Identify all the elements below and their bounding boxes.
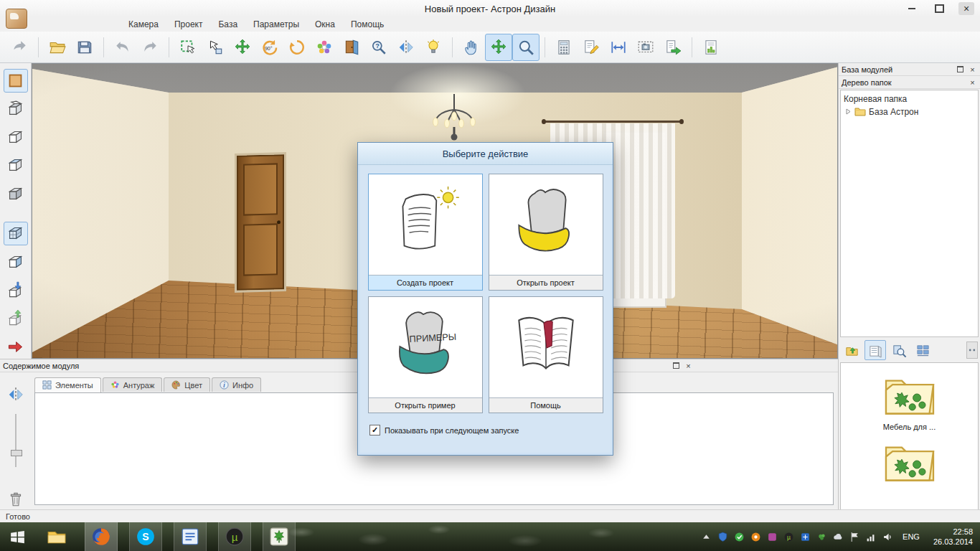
tool-box-section-button[interactable] [4,250,28,273]
svg-text:µ: µ [787,533,791,540]
menu-item-3[interactable]: Параметры [245,18,307,31]
toolbar-move-object-button[interactable] [229,34,256,61]
svg-text:µ: µ [232,531,238,543]
tab-color[interactable]: Цвет [164,377,210,392]
tile-open-example[interactable]: ПРИМЕРЫ Открыть пример [368,296,483,413]
expander-icon[interactable] [845,107,852,117]
folder-item-second[interactable] [881,437,938,487]
toolbar-forward-button[interactable] [6,34,33,61]
taskbar-utorrent-button[interactable]: µ [218,522,251,551]
panel-up-level-button[interactable] [841,340,862,360]
tray-leaf-icon[interactable] [816,531,827,542]
panel-module-search-button[interactable] [888,340,910,360]
folder-tree[interactable]: Корневая папка База Астрон [840,90,979,337]
toolbar-rotate-free-button[interactable] [283,34,311,61]
mirror-tool-button[interactable] [5,385,27,405]
menu-item-1[interactable]: Проект [166,18,211,31]
module-base-panel: База модулей × Дерево папок × Корневая п… [838,63,980,509]
menu-item-5[interactable]: Помощь [343,18,392,31]
tool-box-top-button[interactable] [4,154,28,177]
tray-flag-icon[interactable] [849,531,860,542]
trash-button[interactable] [5,489,27,509]
language-indicator[interactable]: ENG [903,532,920,541]
tile-help[interactable]: Помощь [489,296,603,413]
tool-walls-button[interactable] [4,69,28,93]
panel-module-view-button[interactable] [864,340,886,360]
menu-item-2[interactable]: База [210,18,245,31]
folder-tree-header: Дерево папок × [839,76,980,89]
tray-status-green-icon[interactable] [733,531,745,542]
module-folder-list[interactable]: Мебель для ... [840,362,979,519]
float-content-panel-button[interactable] [672,362,681,370]
toolbar-rotate-90-button[interactable]: 90° [256,34,283,61]
tree-item-baza-astron[interactable]: База Астрон [844,105,975,118]
tile-create-project[interactable]: Создать проект [368,174,483,291]
vertical-slider[interactable] [15,414,17,468]
tray-network-icon[interactable] [865,531,877,542]
close-panel-button[interactable]: × [968,65,977,74]
toolbar-save-button[interactable] [71,34,98,61]
minimize-button[interactable] [904,2,920,15]
toolbar-estimate-button[interactable] [550,34,578,61]
folder-item-furniture[interactable]: Мебель для ... [881,370,938,431]
toolbar-move-view-button[interactable] [485,34,512,61]
toolbar-mirror-button[interactable] [392,34,420,61]
toolbar-dimensions-button[interactable] [605,34,632,61]
tray-status-orange-icon[interactable] [750,531,761,542]
tab-info[interactable]: iИнфо [212,377,261,392]
toolbar-select-object-button[interactable] [202,34,229,61]
tool-box-open-button[interactable] [4,97,28,121]
tray-show-hidden-icon[interactable] [700,531,712,542]
toolbar-undo-button[interactable] [109,34,136,61]
clock[interactable]: 22:58 26.03.2014 [933,527,973,547]
maximize-button[interactable] [931,2,947,15]
taskbar-astron-button[interactable] [263,522,296,551]
tool-box-raise-button[interactable] [4,306,28,330]
tab-entourage[interactable]: Антураж [103,377,163,392]
menu-item-0[interactable]: Камера [121,18,166,31]
tool-box-closed-button[interactable] [4,126,28,149]
taskbar-start-button[interactable] [0,522,34,551]
slider-handle[interactable] [11,450,22,456]
toolbar-light-button[interactable] [420,34,447,61]
tray-cloud-icon[interactable] [832,531,844,542]
toolbar-materials-button[interactable] [311,34,338,61]
tray-status-magenta-icon[interactable] [766,531,778,542]
close-content-panel-button[interactable]: × [684,362,693,370]
tray-volume-icon[interactable] [882,531,893,542]
taskbar-editor-button[interactable] [174,522,207,551]
taskbar-explorer-button[interactable] [40,522,73,551]
tray-status-blue-icon[interactable] [799,531,811,542]
menu-item-4[interactable]: Окна [307,18,343,31]
taskbar-firefox-button[interactable] [85,522,118,551]
tray-security-icon[interactable] [717,531,728,542]
tray-utorrent-icon[interactable]: µ [783,531,794,542]
tool-apply-button[interactable] [4,335,28,359]
toolbar-report-button[interactable] [697,34,725,61]
tool-box-solid-button[interactable] [4,182,28,206]
show-on-startup-checkbox[interactable]: ✓ [369,425,380,435]
toolbar-snapshot-button[interactable] [632,34,659,61]
toolbar-export-button[interactable] [659,34,687,61]
toolbar-zoom-button[interactable] [512,34,540,61]
close-tree-button[interactable]: × [968,78,977,87]
taskbar-skype-button[interactable]: S [129,522,162,551]
toolbar-doors-button[interactable] [338,34,365,61]
titlebar[interactable]: Новый проект- Астрон Дизайн × [0,0,980,18]
tool-view-room-button[interactable] [4,222,28,245]
toolbar-pan-button[interactable] [458,34,485,61]
toolbar-search-object-button[interactable]: ? [365,34,392,61]
toolbar-redo-button[interactable] [136,34,164,61]
toolbar-open-button[interactable] [44,34,71,61]
tab-elements[interactable]: Элементы [34,377,101,392]
tool-box-import-button[interactable] [4,278,28,302]
float-panel-button[interactable] [956,65,965,74]
tile-open-project[interactable]: Открыть проект [489,174,603,291]
close-button[interactable]: × [958,2,974,15]
panel-grid-view-button[interactable] [912,340,933,360]
panel-scroll-button[interactable] [966,342,978,359]
tree-root-row[interactable]: Корневая папка [844,93,975,105]
toolbar-select-button[interactable] [174,34,202,61]
show-on-startup-row[interactable]: ✓ Показывать при следующем запуске [369,425,613,435]
toolbar-edit-document-button[interactable] [578,34,605,61]
